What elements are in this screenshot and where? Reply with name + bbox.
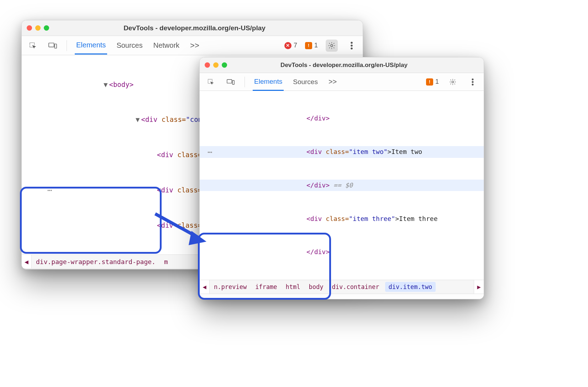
errors-badge[interactable]: ✕7: [284, 42, 297, 49]
breadcrumb-item[interactable]: m: [160, 258, 172, 265]
dom-tree[interactable]: </div> ⋯ <div class="item two">Item two …: [200, 91, 484, 280]
svg-point-3: [331, 45, 333, 47]
window-title: DevTools - developer.mozilla.org/en-US/p…: [231, 62, 479, 69]
tab-elements[interactable]: Elements: [75, 37, 107, 55]
breadcrumb-item[interactable]: html: [282, 283, 305, 290]
svg-point-11: [472, 78, 473, 80]
device-toggle-icon[interactable]: [225, 76, 237, 88]
warnings-count: 1: [435, 78, 439, 86]
more-menu-icon[interactable]: [467, 76, 479, 88]
warning-icon: !: [426, 78, 433, 86]
window-title: DevTools - developer.mozilla.org/en-US/p…: [53, 24, 358, 32]
traffic-lights: [205, 62, 227, 68]
svg-rect-1: [49, 43, 54, 47]
more-menu-icon[interactable]: [346, 40, 358, 52]
svg-rect-2: [55, 44, 57, 48]
close-window-icon[interactable]: [205, 62, 210, 68]
tab-sources[interactable]: Sources: [115, 37, 144, 54]
breadcrumb-item[interactable]: n.preview: [210, 283, 251, 290]
warnings-badge[interactable]: !1: [305, 42, 318, 49]
tab-event-listeners[interactable]: Event Lis: [135, 269, 166, 269]
svg-point-4: [351, 42, 352, 43]
dom-node[interactable]: <div class="item three">Item three: [200, 213, 484, 225]
breadcrumb-scroll-left-icon[interactable]: ◀: [22, 255, 32, 268]
dom-node-selected[interactable]: ⋯ <div class="item two">Item two: [200, 146, 484, 158]
styles-subtabs: Styles Computed Layout Event Listeners >…: [200, 294, 484, 299]
svg-point-6: [351, 48, 352, 49]
tabs-overflow-icon[interactable]: >>: [327, 73, 338, 90]
titlebar: DevTools - developer.mozilla.org/en-US/p…: [22, 20, 363, 36]
close-window-icon[interactable]: [27, 25, 32, 31]
svg-rect-9: [232, 80, 234, 84]
warning-icon: !: [305, 42, 312, 49]
inspect-icon[interactable]: [27, 40, 39, 52]
breadcrumb-item[interactable]: div.container: [327, 283, 383, 290]
minimize-window-icon[interactable]: [213, 62, 219, 68]
breadcrumb-item[interactable]: body: [305, 283, 328, 290]
breadcrumb-scroll-right-icon[interactable]: ▶: [474, 280, 484, 294]
tabs-overflow-icon[interactable]: >>: [189, 37, 201, 55]
devtools-window-2: DevTools - developer.mozilla.org/en-US/p…: [199, 57, 484, 299]
dom-node-selected[interactable]: </div> == $0: [200, 180, 484, 191]
svg-point-5: [351, 45, 352, 46]
tab-layout[interactable]: Layout: [102, 269, 125, 269]
svg-point-12: [472, 81, 473, 83]
svg-point-13: [472, 84, 473, 85]
zoom-window-icon[interactable]: [222, 62, 227, 68]
tab-network[interactable]: Network: [152, 37, 181, 54]
svg-point-10: [452, 81, 453, 83]
errors-count: 7: [294, 42, 297, 49]
breadcrumb-scroll-left-icon[interactable]: ◀: [200, 280, 210, 294]
breadcrumb-item[interactable]: div.page-wrapper.standard-page.: [32, 258, 160, 265]
settings-icon[interactable]: [447, 76, 459, 88]
dom-node[interactable]: </div>: [200, 113, 484, 124]
warnings-count: 1: [314, 42, 318, 49]
main-toolbar: Elements Sources Network >> ✕7 !1: [22, 36, 363, 55]
warnings-badge[interactable]: !1: [426, 78, 439, 86]
main-toolbar: Elements Sources >> !1: [200, 73, 484, 91]
subtabs-overflow-icon[interactable]: >>: [358, 294, 369, 299]
minimize-window-icon[interactable]: [35, 25, 41, 31]
tab-sources[interactable]: Sources: [292, 74, 319, 90]
tab-layout[interactable]: Layout: [273, 294, 295, 299]
settings-icon[interactable]: [326, 40, 338, 52]
breadcrumb-item[interactable]: iframe: [251, 283, 281, 290]
collapsed-indicator-icon: ⋯: [203, 145, 217, 159]
zoom-window-icon[interactable]: [44, 25, 49, 31]
dom-node[interactable]: </div>: [200, 246, 484, 258]
tab-computed[interactable]: Computed: [58, 269, 92, 269]
tab-styles[interactable]: Styles: [27, 269, 48, 269]
breadcrumb-item-selected[interactable]: div.item.two: [385, 282, 436, 292]
collapsed-indicator-icon: ⋯: [43, 184, 57, 197]
tab-event-listeners[interactable]: Event Listeners: [303, 294, 350, 299]
tab-computed[interactable]: Computed: [233, 294, 265, 299]
inspect-icon[interactable]: [205, 76, 217, 88]
tab-elements[interactable]: Elements: [253, 73, 284, 91]
svg-rect-8: [227, 79, 232, 83]
error-icon: ✕: [284, 42, 292, 49]
breadcrumb: ◀ n.preview iframe html body div.contain…: [200, 280, 484, 294]
device-toggle-icon[interactable]: [47, 40, 59, 52]
traffic-lights: [27, 25, 49, 31]
tab-styles[interactable]: Styles: [205, 294, 225, 299]
titlebar: DevTools - developer.mozilla.org/en-US/p…: [200, 57, 484, 73]
